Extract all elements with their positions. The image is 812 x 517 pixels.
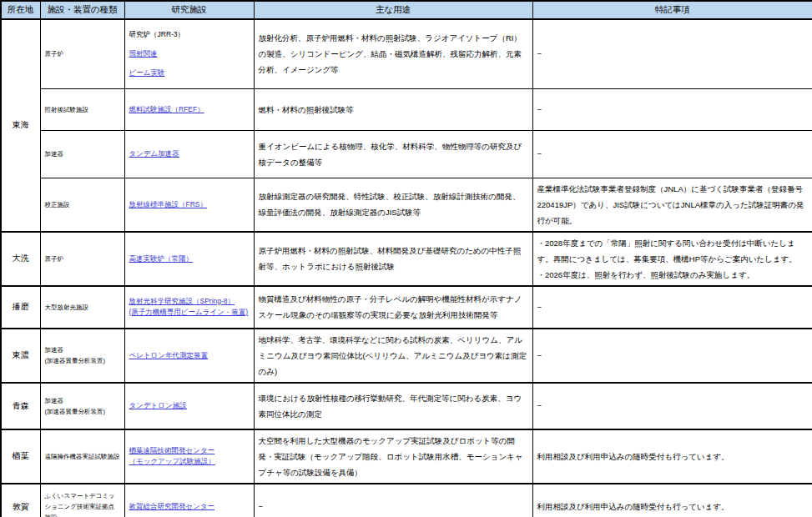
facility-link[interactable]: 放射光科学研究施設（SPring-8） <box>129 297 235 305</box>
special-notes-cell: − <box>532 286 812 329</box>
facility-table: 所在地 施設・装置の種類 研究施設 主な用途 特記事項 東海原子炉研究炉（JRR… <box>0 0 812 517</box>
table-row: 楢葉遠隔操作機器実証試験施設楢葉遠隔技術開発センター（モックアップ試験施設）大空… <box>1 429 812 484</box>
facility-link-item: タンデム加速器 <box>129 148 250 159</box>
column-header-notes: 特記事項 <box>532 1 812 19</box>
usage-paragraph: 物質構造及び材料物性の原子・分子レベルの解明や機能性材料が示すナノスケール現象の… <box>259 291 528 323</box>
facility-type-line: 原子炉 <box>45 253 120 264</box>
table-row: 校正施設放射線標準施設（FRS）放射線測定器の研究開発、特性試験、校正試験、放射… <box>1 178 812 232</box>
main-usage-cell: 放射線測定器の研究開発、特性試験、校正試験、放射線計測技術の開発、線量評価法の開… <box>254 178 532 232</box>
facility-type-cell: 大型放射光施設 <box>40 286 124 329</box>
facility-type-line: 遠隔操作機器実証試験施設 <box>45 451 120 462</box>
facility-text-item: 研究炉（JRR-3） <box>129 29 250 40</box>
facility-type-line: (加速器質量分析装置) <box>45 406 120 417</box>
facility-link-item: ペレトロン年代測定装置 <box>129 350 250 361</box>
facility-link[interactable]: ビーム実験 <box>129 68 165 77</box>
facility-label: 研究炉（JRR-3） <box>129 30 185 38</box>
location-cell: 播磨 <box>1 286 40 329</box>
main-usage-cell: 放射化分析、原子炉用燃料・材料の照射試験、ラジオアイソトープ（RI）の製造、シリ… <box>254 19 532 88</box>
notes-paragraph: − <box>537 102 809 118</box>
location-cell: 東海 <box>1 19 40 232</box>
facility-link[interactable]: (原子力機構専用ビームライン・装置) <box>129 308 249 316</box>
column-header-type: 施設・装置の種類 <box>40 1 124 19</box>
location-cell: 大洗 <box>1 232 40 286</box>
notes-paragraph: 利用相談及び利用申込みの随時受付も行っています。 <box>537 449 809 464</box>
notes-paragraph: − <box>537 299 809 315</box>
facility-type-line: ふくいスマートデコミッショニング技術実証拠点施設 <box>45 490 120 517</box>
table-row: 大洗原子炉高速実験炉（常陽）原子炉用燃料・材料の照射試験、材料開発及び基礎研究の… <box>1 232 812 286</box>
column-header-usage: 主な用途 <box>254 1 532 19</box>
facility-link-item: 放射線標準施設（FRS） <box>129 199 250 210</box>
facility-link[interactable]: 放射線標準施設（FRS） <box>129 200 208 208</box>
special-notes-cell: − <box>532 88 812 130</box>
usage-paragraph: 重イオンビームによる核物理、核化学、材料科学、物性物理等の研究及び核データの整備… <box>259 138 528 170</box>
location-cell: 敦賀 <box>1 484 40 517</box>
facility-type-line: 加速器 <box>45 344 120 355</box>
facility-type-line: 加速器 <box>45 395 120 406</box>
main-usage-cell: 燃料・材料の照射後試験等 <box>254 88 532 130</box>
table-row: 東濃加速器(加速器質量分析装置)ペレトロン年代測定装置地球科学、考古学、環境科学… <box>1 329 812 383</box>
research-facility-cell: 放射光科学研究施設（SPring-8）(原子力機構専用ビームライン・装置) <box>124 286 254 329</box>
table-row: 敦賀ふくいスマートデコミッショニング技術実証拠点施設敦賀総合研究開発センター−利… <box>1 484 812 517</box>
notes-paragraph: 利用相談及び利用申込みの随時受付も行っています。 <box>537 499 809 514</box>
usage-paragraph: 地球科学、考古学、環境科学などに関わる試料の炭素、ベリリウム、アルミニウム及びヨ… <box>259 332 528 379</box>
research-facility-cell: タンデム加速器 <box>124 130 254 178</box>
usage-paragraph: 放射線測定器の研究開発、特性試験、校正試験、放射線計測技術の開発、線量評価法の開… <box>259 188 528 220</box>
table-row: 照射後試験施設燃料試験施設（RFEF）燃料・材料の照射後試験等− <box>1 88 812 130</box>
facility-link[interactable]: タンデム加速器 <box>129 149 179 158</box>
facility-type-cell: 遠隔操作機器実証試験施設 <box>40 429 124 484</box>
special-notes-cell: − <box>532 383 812 429</box>
location-cell: 楢葉 <box>1 429 40 484</box>
notes-paragraph: − <box>537 146 809 162</box>
special-notes-cell: − <box>532 130 812 178</box>
facility-link[interactable]: ペレトロン年代測定装置 <box>129 351 209 359</box>
main-usage-cell: 原子炉用燃料・材料の照射試験、材料開発及び基礎研究のための中性子照射等、ホットラ… <box>254 232 532 286</box>
facility-type-cell: ふくいスマートデコミッショニング技術実証拠点施設 <box>40 484 124 517</box>
notes-paragraph: − <box>537 398 809 414</box>
facility-link-item: 放射光科学研究施設（SPring-8）(原子力機構専用ビームライン・装置) <box>129 296 250 318</box>
special-notes-cell: 産業標準化法試験事業者登録制度（JNLA）に基づく試験事業者（登録番号22041… <box>532 178 812 232</box>
special-notes-cell: − <box>532 329 812 383</box>
usage-paragraph: 大空間を利用した大型機器のモックアップ実証試験及びロボット等の開発・実証試験（モ… <box>259 433 528 480</box>
research-facility-cell: タンデトロン施設 <box>124 383 254 429</box>
location-cell: 青森 <box>1 383 40 429</box>
location-cell: 東濃 <box>1 329 40 383</box>
facility-link-item: 楢葉遠隔技術開発センター（モックアップ試験施設） <box>129 445 250 467</box>
facility-link-item: 敦賀総合研究開発センター <box>129 501 250 512</box>
research-facility-cell: ペレトロン年代測定装置 <box>124 329 254 383</box>
usage-paragraph: 放射化分析、原子炉用燃料・材料の照射試験、ラジオアイソトープ（RI）の製造、シリ… <box>259 30 528 78</box>
research-facility-cell: 敦賀総合研究開発センター <box>124 484 254 517</box>
usage-paragraph: 原子炉用燃料・材料の照射試験、材料開発及び基礎研究のための中性子照射等、ホットラ… <box>259 243 528 274</box>
facility-link[interactable]: 敦賀総合研究開発センター <box>129 502 215 510</box>
facility-link-item: 照射関連 <box>129 48 250 59</box>
facility-link[interactable]: 照射関連 <box>129 49 158 58</box>
facility-link-item: 燃料試験施設（RFEF） <box>129 104 250 115</box>
notes-paragraph: ・2028年度までの「常陽」照射に関する問い合わせ受付は中断いたします。再開につ… <box>537 235 809 267</box>
facility-type-cell: 加速器 <box>40 130 124 178</box>
usage-paragraph: 環境における放射性核種の移行挙動研究、年代測定等に関わる炭素、ヨウ素同位体比の測… <box>259 390 528 422</box>
table-body: 東海原子炉研究炉（JRR-3）照射関連ビーム実験放射化分析、原子炉用燃料・材料の… <box>1 19 812 517</box>
usage-paragraph: − <box>259 499 528 514</box>
facility-link[interactable]: 楢葉遠隔技術開発センター <box>129 446 215 454</box>
notes-paragraph: − <box>537 46 809 62</box>
facility-link[interactable]: タンデトロン施設 <box>129 401 187 409</box>
column-header-facility: 研究施設 <box>124 1 254 19</box>
special-notes-cell: 利用相談及び利用申込みの随時受付も行っています。 <box>532 484 812 517</box>
main-usage-cell: 物質構造及び材料物性の原子・分子レベルの解明や機能性材料が示すナノスケール現象の… <box>254 286 532 329</box>
facility-type-line: 原子炉 <box>45 48 120 59</box>
main-usage-cell: − <box>254 484 532 517</box>
main-usage-cell: 大空間を利用した大型機器のモックアップ実証試験及びロボット等の開発・実証試験（モ… <box>254 429 532 484</box>
facility-type-line: 大型放射光施設 <box>45 302 120 313</box>
table-row: 東海原子炉研究炉（JRR-3）照射関連ビーム実験放射化分析、原子炉用燃料・材料の… <box>1 19 812 88</box>
facility-link[interactable]: 燃料試験施設（RFEF） <box>129 105 204 113</box>
facility-type-cell: 加速器(加速器質量分析装置) <box>40 329 124 383</box>
facility-type-line: (加速器質量分析装置) <box>45 355 120 366</box>
facility-link-item: 高速実験炉（常陽） <box>129 253 250 264</box>
research-facility-cell: 燃料試験施設（RFEF） <box>124 88 254 130</box>
notes-paragraph: − <box>537 348 809 364</box>
facility-link[interactable]: （モックアップ試験施設） <box>129 457 215 465</box>
research-facility-cell: 楢葉遠隔技術開発センター（モックアップ試験施設） <box>124 429 254 484</box>
special-notes-cell: 利用相談及び利用申込みの随時受付も行っています。 <box>532 429 812 484</box>
usage-paragraph: 燃料・材料の照射後試験等 <box>259 102 528 118</box>
notes-paragraph: 産業標準化法試験事業者登録制度（JNLA）に基づく試験事業者（登録番号22041… <box>537 181 809 228</box>
facility-link[interactable]: 高速実験炉（常陽） <box>129 254 194 263</box>
